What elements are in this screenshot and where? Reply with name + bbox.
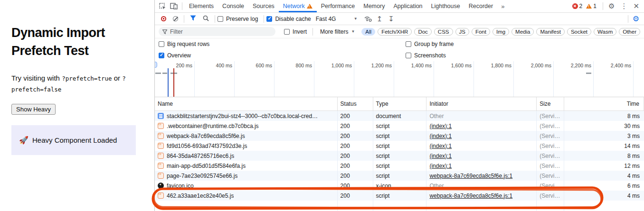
table-row[interactable]: page-7ae23e0925745e66.js200scriptwebpack…	[155, 171, 644, 181]
table-row[interactable]: webpack-8a7c69ecda8c5f6e.js200script(ind…	[155, 131, 644, 141]
close-devtools-icon[interactable]: ✕	[630, 2, 642, 10]
table-row[interactable]: main-app-dd5d01d5f584e6fa.js200script(in…	[155, 161, 644, 171]
filter-input[interactable]: Filter	[159, 27, 275, 36]
pill-all[interactable]: All	[361, 28, 375, 36]
table-row[interactable]: fd9d1056-693ad74f37592d3e.js200script(in…	[155, 141, 644, 151]
clear-network-log-icon[interactable]	[173, 16, 178, 21]
request-name-cell[interactable]: webpack-8a7c69ecda8c5f6e.js	[155, 131, 338, 141]
big-request-rows-box[interactable]	[159, 41, 164, 47]
network-settings-gear-icon[interactable]: ⚙	[631, 14, 641, 23]
initiator-link[interactable]: (index):1	[429, 133, 452, 139]
throttling-dropdown[interactable]: Fast 4G▼	[316, 16, 358, 22]
request-name-cell[interactable]: main-app-dd5d01d5f584e6fa.js	[155, 161, 338, 171]
table-row[interactable]: 462.a33aae1ec82e40e5.js200scriptwebpack-…	[155, 191, 644, 201]
more-filters-dropdown[interactable]: More filters▼	[320, 28, 355, 35]
disable-cache-box[interactable]	[266, 16, 272, 22]
pill-js[interactable]: JS	[455, 28, 469, 36]
column-header-size[interactable]: Size	[537, 97, 564, 110]
size-cell: (Servi…	[537, 181, 564, 191]
pill-socket[interactable]: Socket	[567, 28, 591, 36]
device-toolbar-icon[interactable]	[168, 1, 180, 11]
pill-media[interactable]: Media	[511, 28, 534, 36]
inspect-element-icon[interactable]	[157, 1, 168, 11]
invert-label: Invert	[293, 28, 307, 35]
overview-box[interactable]	[159, 53, 164, 58]
settings-gear-icon[interactable]: ⚙	[606, 2, 617, 10]
pill-other[interactable]: Other	[619, 28, 640, 36]
screenshots-checkbox[interactable]: Screenshots	[406, 52, 640, 59]
tab-sources[interactable]: Sources	[248, 0, 279, 12]
size-cell: (Servi…	[537, 141, 564, 151]
time-cell: 14 ms	[564, 141, 644, 151]
tab-elements[interactable]: Elements	[185, 0, 218, 12]
network-conditions-icon[interactable]	[362, 14, 374, 24]
intro-text: Try visiting with ?prefetch=true or ?pre…	[11, 73, 144, 95]
script-icon	[158, 163, 164, 169]
tab-network[interactable]: Network	[279, 0, 317, 12]
show-heavy-button[interactable]: Show Heavy	[11, 104, 56, 115]
export-har-icon[interactable]: ↧	[385, 15, 397, 23]
request-name-cell[interactable]: page-7ae23e0925745e66.js	[155, 171, 338, 181]
invert-box[interactable]	[284, 29, 290, 35]
table-row[interactable]: .webcontainer@runtime.cb7c0bca.js200scri…	[155, 121, 644, 131]
initiator-link[interactable]: webpack-8a7c69ecda8c5f6e.js:1	[429, 173, 512, 179]
tab-application[interactable]: Application	[389, 0, 426, 12]
pill-manifest[interactable]: Manifest	[536, 28, 564, 36]
request-name-cell[interactable]: .webcontainer@runtime.cb7c0bca.js	[155, 121, 338, 131]
import-har-icon[interactable]: ↥	[374, 15, 386, 23]
intro-or: or	[112, 74, 123, 82]
request-name-cell[interactable]: 462.a33aae1ec82e40e5.js	[155, 191, 338, 201]
table-row[interactable]: stackblitzstarterstjnv2bui-stz4--3000--c…	[155, 111, 644, 121]
initiator-link[interactable]: (index):1	[429, 163, 452, 169]
search-icon[interactable]	[203, 15, 209, 23]
filter-funnel-icon[interactable]	[190, 15, 196, 22]
table-row[interactable]: 864-35da487265716ec6.js200script(index):…	[155, 151, 644, 161]
type-cell: document	[373, 111, 427, 121]
big-request-rows-checkbox[interactable]: Big request rows	[159, 41, 406, 47]
tab-performance[interactable]: Performance	[317, 0, 360, 12]
tab-console[interactable]: Console	[218, 0, 248, 12]
tab-memory[interactable]: Memory	[359, 0, 389, 12]
tab-lighthouse[interactable]: Lighthouse	[427, 0, 464, 12]
column-header-time[interactable]: Time	[564, 97, 644, 110]
tab-recorder[interactable]: Recorder	[464, 0, 497, 12]
initiator-link[interactable]: (index):1	[429, 143, 452, 149]
initiator-link[interactable]: (index):1	[429, 123, 452, 129]
overview-checkbox[interactable]: Overview	[159, 52, 406, 59]
status-cell: 200	[338, 121, 373, 131]
disable-cache-checkbox[interactable]: Disable cache	[266, 16, 311, 22]
request-name: fd9d1056-693ad74f37592d3e.js	[167, 143, 247, 149]
column-header-type[interactable]: Type	[373, 97, 427, 110]
initiator-link[interactable]: webpack-8a7c69ecda8c5f6e.js:1	[429, 193, 512, 199]
pill-img[interactable]: Img	[492, 28, 509, 36]
table-row[interactable]: favicon.ico200x-iconOther(Servi…6 ms	[155, 181, 644, 191]
warning-badge[interactable]: 1	[586, 3, 597, 9]
invert-checkbox[interactable]: Invert	[284, 28, 307, 35]
column-header-initiator[interactable]: Initiator	[426, 97, 537, 110]
pill-fetch-xhr[interactable]: Fetch/XHR	[378, 28, 412, 36]
error-badge[interactable]: ✕2	[572, 3, 583, 9]
network-overview-timeline[interactable]: 200 ms400 ms600 ms800 ms1,000 ms1,200 ms…	[155, 61, 644, 97]
column-header-name[interactable]: Name	[155, 97, 338, 110]
request-name-cell[interactable]: stackblitzstarterstjnv2bui-stz4--3000--c…	[155, 111, 338, 121]
preserve-log-box[interactable]	[218, 16, 223, 22]
pill-css[interactable]: CSS	[434, 28, 453, 36]
script-icon	[158, 153, 164, 159]
preserve-log-checkbox[interactable]: Preserve log	[218, 16, 258, 22]
initiator-link[interactable]: (index):1	[429, 153, 452, 159]
pill-doc[interactable]: Doc	[414, 28, 431, 36]
request-name-cell[interactable]: favicon.ico	[155, 181, 338, 191]
pill-wasm[interactable]: Wasm	[594, 28, 616, 36]
record-network-log-button[interactable]	[161, 16, 166, 21]
screenshots-box[interactable]	[406, 53, 411, 58]
request-name-cell[interactable]: fd9d1056-693ad74f37592d3e.js	[155, 141, 338, 151]
warning-icon	[586, 4, 592, 9]
kebab-menu-icon[interactable]: ⋮	[617, 2, 630, 10]
pill-font[interactable]: Font	[472, 28, 490, 36]
request-name-cell[interactable]: 864-35da487265716ec6.js	[155, 151, 338, 161]
group-by-frame-box[interactable]	[406, 41, 411, 47]
time-cell: 4 ms	[564, 171, 644, 181]
more-tabs-icon[interactable]: »	[497, 3, 508, 10]
group-by-frame-checkbox[interactable]: Group by frame	[406, 41, 640, 47]
column-header-status[interactable]: Status	[338, 97, 373, 110]
